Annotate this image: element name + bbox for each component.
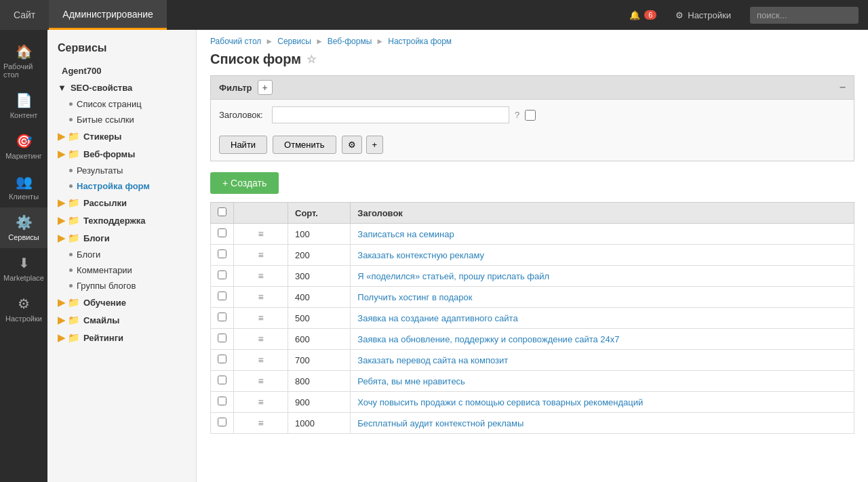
filter-zagolovok-input[interactable] <box>272 106 509 123</box>
folder-icon: ▶ 📁 <box>58 297 79 308</box>
filter-add-btn[interactable]: + <box>258 80 273 95</box>
nav-item-services[interactable]: ⚙️Сервисы <box>0 207 47 248</box>
row-checkbox-7[interactable] <box>218 376 226 384</box>
filter-gear-btn[interactable]: ⚙ <box>342 136 362 154</box>
filter-help-icon[interactable]: ? <box>515 110 519 120</box>
clients-icon: 👥 <box>16 174 33 190</box>
create-button[interactable]: + Создать <box>210 172 279 194</box>
filter-zagolovok-label: Заголовок: <box>219 110 267 120</box>
filter-checkbox[interactable] <box>525 110 536 121</box>
sort-value-7: 800 <box>295 376 310 386</box>
site-tab[interactable]: Сайт <box>0 0 49 30</box>
nav-item-clients[interactable]: 👥Клиенты <box>0 167 47 207</box>
drag-handle-7[interactable]: ≡ <box>258 376 263 386</box>
row-checkbox-1[interactable] <box>218 249 226 258</box>
row-title-link-9[interactable]: Бесплатный аудит контекстной рекламы <box>357 418 524 428</box>
row-checkbox-cell-7 <box>211 371 234 392</box>
sidebar-item-results[interactable]: Результаты <box>47 163 196 178</box>
row-checkbox-9[interactable] <box>218 418 226 426</box>
drag-handle-6[interactable]: ≡ <box>258 355 263 365</box>
row-title-cell-5: Заявка на обновление, поддержку и сопров… <box>351 329 854 350</box>
row-sort-cell-8: 900 <box>288 392 351 413</box>
find-button[interactable]: Найти <box>219 136 267 154</box>
nav-item-content[interactable]: 📄Контент <box>0 85 47 126</box>
row-handle-cell-4: ≡ <box>234 308 288 329</box>
row-title-link-2[interactable]: Я «поделился» статьей, прошу прислать фа… <box>357 271 549 281</box>
search-input[interactable] <box>750 7 859 24</box>
drag-handle-3[interactable]: ≡ <box>258 292 263 302</box>
drag-handle-0[interactable]: ≡ <box>258 228 263 239</box>
breadcrumb-item-2[interactable]: Веб-формы <box>328 37 372 46</box>
row-checkbox-8[interactable] <box>218 397 226 405</box>
sidebar-label-broken-links: Битые ссылки <box>77 115 134 125</box>
row-checkbox-cell-6 <box>211 350 234 371</box>
sidebar-item-smileys[interactable]: ▶ 📁Смайлы <box>47 311 196 329</box>
nav-label-marketplace: Marketplace <box>3 274 44 282</box>
row-title-link-7[interactable]: Ребята, вы мне нравитесь <box>357 376 465 386</box>
content-area: Рабочий стол►Сервисы►Веб-формы►Настройка… <box>197 30 868 482</box>
sidebar-item-blog-groups[interactable]: Группы блогов <box>47 278 196 294</box>
table-row: ≡ 300 Я «поделился» статьей, прошу присл… <box>211 266 854 287</box>
row-handle-cell-8: ≡ <box>234 392 288 413</box>
admin-tab[interactable]: Администрирование <box>49 0 167 30</box>
sidebar-item-blogs-group[interactable]: ▶ 📁Блоги <box>47 229 196 247</box>
row-title-link-8[interactable]: Хочу повысить продажи с помощью сервиса … <box>357 397 643 407</box>
row-title-link-3[interactable]: Получить хостинг в подарок <box>357 292 472 302</box>
sidebar-item-techsupport[interactable]: ▶ 📁Техподдержка <box>47 212 196 229</box>
row-checkbox-cell-8 <box>211 392 234 413</box>
row-title-link-0[interactable]: Записаться на семинар <box>357 229 454 239</box>
nav-item-dashboard[interactable]: 🏠Рабочий стол <box>0 37 47 85</box>
sidebar-item-ratings[interactable]: ▶ 📁Рейтинги <box>47 329 196 346</box>
select-all-checkbox[interactable] <box>218 207 226 216</box>
breadcrumb-item-0[interactable]: Рабочий стол <box>210 37 261 46</box>
row-checkbox-4[interactable] <box>218 313 226 321</box>
breadcrumb-item-1[interactable]: Сервисы <box>277 37 311 46</box>
row-title-cell-4: Заявка на создание адаптивного сайта <box>351 308 854 329</box>
sidebar-item-stickers[interactable]: ▶ 📁Стикеры <box>47 127 196 145</box>
row-title-link-6[interactable]: Заказать перевод сайта на композит <box>357 355 508 365</box>
row-checkbox-2[interactable] <box>218 270 226 279</box>
row-checkbox-3[interactable] <box>218 292 226 300</box>
row-handle-cell-1: ≡ <box>234 245 288 266</box>
star-icon[interactable]: ☆ <box>307 53 316 66</box>
sidebar-item-pages-list[interactable]: Список страниц <box>47 96 196 112</box>
row-checkbox-5[interactable] <box>218 334 226 342</box>
filter-minimize-btn[interactable]: − <box>840 81 846 94</box>
nav-item-nastroyki[interactable]: ⚙Настройки <box>0 289 47 329</box>
nav-item-marketing[interactable]: 🎯Маркетинг <box>0 126 47 167</box>
filter-label: Фильтр <box>219 83 252 93</box>
drag-handle-8[interactable]: ≡ <box>258 397 263 407</box>
cancel-button[interactable]: Отменить <box>273 136 336 154</box>
sidebar-item-comments[interactable]: Комментарии <box>47 262 196 278</box>
sidebar-label-webforms: Веб-формы <box>83 149 135 159</box>
drag-handle-1[interactable]: ≡ <box>258 249 263 260</box>
filter-plus-btn[interactable]: + <box>366 136 384 154</box>
sidebar-item-seo[interactable]: ▼SEO-свойства <box>47 79 196 96</box>
sidebar-item-mailings[interactable]: ▶ 📁Рассылки <box>47 194 196 212</box>
drag-handle-9[interactable]: ≡ <box>258 418 263 428</box>
row-sort-cell-2: 300 <box>288 266 351 287</box>
row-checkbox-6[interactable] <box>218 355 226 363</box>
row-checkbox-0[interactable] <box>218 228 226 237</box>
sidebar-item-blogs[interactable]: Блоги <box>47 247 196 262</box>
drag-handle-5[interactable]: ≡ <box>258 334 263 344</box>
nav-item-marketplace[interactable]: ⬇Marketplace <box>0 248 47 289</box>
breadcrumb-item-3[interactable]: Настройка форм <box>388 37 452 46</box>
sidebar-item-education[interactable]: ▶ 📁Обучение <box>47 294 196 311</box>
sidebar-item-broken-links[interactable]: Битые ссылки <box>47 112 196 127</box>
row-title-link-1[interactable]: Заказать контекстную рекламу <box>357 250 484 260</box>
th-sort-col: Сорт. <box>288 203 351 224</box>
sidebar-label-pages-list: Список страниц <box>77 99 142 109</box>
row-title-link-4[interactable]: Заявка на создание адаптивного сайта <box>357 313 517 323</box>
sidebar-item-webforms[interactable]: ▶ 📁Веб-формы <box>47 145 196 163</box>
drag-handle-4[interactable]: ≡ <box>258 313 263 323</box>
settings-topbar-btn[interactable]: ⚙ Настройки <box>666 0 741 30</box>
row-title-link-5[interactable]: Заявка на обновление, поддержку и сопров… <box>357 334 619 344</box>
row-sort-cell-0: 100 <box>288 224 351 245</box>
notifications-btn[interactable]: 🔔 6 <box>620 0 666 30</box>
drag-handle-2[interactable]: ≡ <box>258 270 263 281</box>
row-sort-cell-3: 400 <box>288 287 351 308</box>
sidebar-item-agent700[interactable]: Agent700 <box>47 62 196 79</box>
sidebar-item-form-settings[interactable]: Настройка форм <box>47 178 196 194</box>
row-checkbox-cell-0 <box>211 224 234 245</box>
